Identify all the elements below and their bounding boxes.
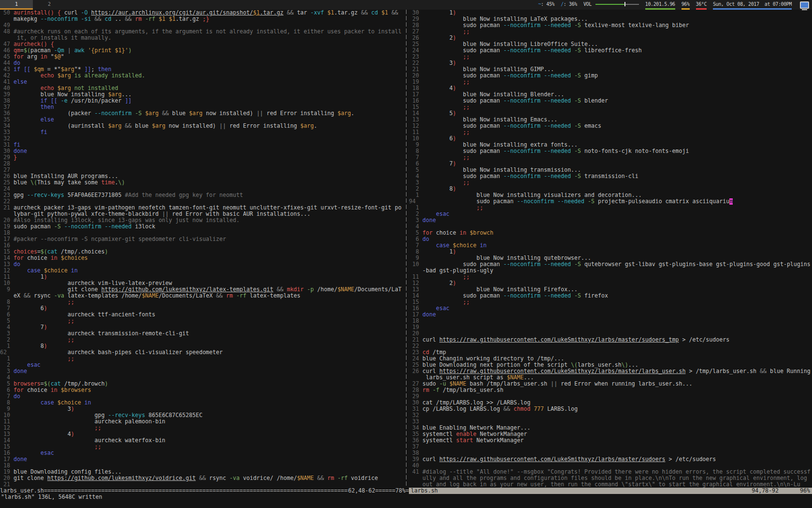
code-row: 14 aurcheck waterfox-bin [0,437,404,444]
code-text: sudo pacman --noconfirm --needed -S fire… [422,293,608,299]
line-number: 8 [0,299,14,305]
code-row: 35systemctl enable NetworkManager [409,431,812,437]
workspace-tag-2[interactable]: 2 [33,0,66,10]
cursor-block: m [729,198,733,205]
line-number: 36 [409,437,422,444]
code-row: 31cp /LARBS.log LARBS.log && chmod 777 L… [409,406,812,412]
line-number: 19 [409,79,422,85]
code-text: for arg in "$@" [14,54,64,60]
line-number: 23 [409,54,422,60]
code-row: 33 [409,418,812,425]
line-number: 25 [409,362,422,368]
editor-pane-left[interactable]: 50aurinstall() { curl -O https://aur.arc… [0,10,404,488]
code-text: (aurinstall $arg && blue $arg now instal… [14,123,317,129]
code-text: qm=$(pacman -Qm | awk '{print $1}') [14,47,131,54]
line-number: 20 [409,73,422,79]
code-row: 49 [0,22,404,29]
code-row: 42 echo $arg is already installed. [0,73,404,79]
code-row: 14for choice in $choices [0,255,404,261]
line-number: 47 [0,41,14,47]
code-text: blue Now installing extra fonts... [422,142,578,148]
code-text: 5) [422,110,456,117]
code-text: curl https://raw.githubusercontent.com/L… [422,368,811,374]
line-number: 21 [409,337,422,343]
code-text: blue Now installing $arg... [14,91,131,98]
code-row: 17done [409,312,812,318]
line-number: 3 [0,368,14,374]
code-row: 40 echo $arg not installed [0,85,404,91]
code-row: 16 [0,242,404,249]
line-number: 28 [409,387,422,393]
editor-pane-right[interactable]: 30 1)29 blue Now installing LaTeX packag… [409,10,812,488]
statusline-right-spacer [438,488,752,494]
workspace-tag-1[interactable]: 1 [0,0,33,10]
code-text: choices=$(cat /tmp/.choices) [14,249,108,255]
code-row: 12 case $choice in [0,268,404,274]
code-row: 7 6) [0,305,404,312]
line-number: 17 [0,456,14,463]
line-number: 21 [0,481,14,488]
code-row: 29 [409,393,812,400]
line-number: 50 [0,10,14,16]
line-number: 33 [0,129,14,135]
volume-control[interactable]: VOL [583,0,639,10]
statusline-left-position: 62,48-62 [348,488,375,494]
line-number: 13 [0,261,14,268]
line-number: 9 [0,286,14,293]
code-row: 6 aurcheck ttf-ancient-fonts [0,312,404,318]
code-text: aurcheck packer i3-gaps vim-pathogen neo… [14,205,402,211]
code-row: 34blue Enabling Network Manager... [409,425,812,431]
statusline-left-percent: 78% [395,488,406,494]
code-text: 3) [422,60,456,66]
volume-slider[interactable] [595,2,639,6]
vim-statuslines: larbs_user.sh===========================… [0,488,812,494]
temperature-indicator: 36°C [696,0,707,10]
statusline-right-gap [779,488,800,494]
line-number: 1 [0,343,14,349]
code-text: aurcheck() { [14,41,54,47]
code-text: ;; [14,444,102,450]
code-row: 6do [409,236,812,242]
code-row: 32 [409,412,812,418]
code-row: 1 blue Now installing visualizers and de… [409,192,812,198]
code-text: 3) [14,406,74,412]
code-text: aurcheck transmission-remote-cli-git [14,330,189,337]
code-row: 24blue Changin working directory to /tmp… [409,356,812,362]
code-text: else [14,79,27,85]
code-text: fi [14,129,47,135]
line-number: 40 [0,85,14,91]
code-text: 6) [14,305,47,312]
line-number: 11 [0,418,14,425]
line-number: 9 [409,255,422,261]
code-row: 35 else [0,117,404,123]
code-text: ;; [14,356,74,362]
line-number: 5 [409,167,422,173]
code-text: ;; [14,318,74,324]
code-row: 36 (packer --noconfirm -S $arg && blue $… [0,110,404,117]
line-number: 11 [409,129,422,135]
line-number: 29 [409,393,422,400]
code-text: blue Enabling Network Manager... [422,425,530,431]
code-text: aurcheck vim-live-latex-preview [14,280,172,286]
code-row: 39 blue Now installing $arg... [0,91,404,98]
code-text: esac [422,211,450,217]
line-number: 15 [0,444,14,450]
code-text: blue Now installing Emacs... [422,117,557,123]
bar-spacer [66,0,538,10]
line-number: 33 [409,418,422,425]
code-row: 5 ;; [0,318,404,324]
line-number: 44 [0,60,14,66]
statusline-right-position: 94,78-92 [752,488,779,494]
code-row: 27 ;; [409,29,812,35]
code-row: 6for choice in $browsers [0,387,404,393]
code-row: 24 [0,186,404,192]
line-number: 15 [409,104,422,110]
code-row: 4 7) [0,324,404,330]
code-row: 16 sudo pacman --noconfirm --needed -S b… [409,98,812,104]
code-text: git clone https://github.com/lukesmithxy… [14,475,378,481]
workspace-tags: 12 [0,0,66,10]
code-row: 3 ;; [409,179,812,186]
code-row: 37 then [0,104,404,110]
code-row: 4 sudo pacman --noconfirm --needed -S tr… [409,173,812,179]
code-text: do [422,236,429,242]
